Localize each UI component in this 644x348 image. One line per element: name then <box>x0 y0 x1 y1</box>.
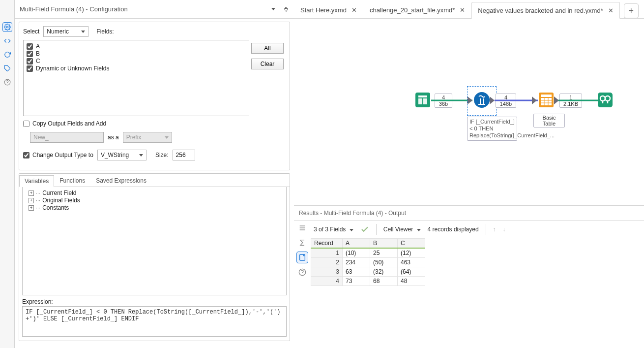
prefix-dropdown: Prefix <box>123 132 172 143</box>
code-icon[interactable] <box>3 36 12 45</box>
table-row: 2234(50)463 <box>311 258 425 267</box>
select-dropdown[interactable]: Numeric <box>43 26 88 37</box>
refresh-icon[interactable] <box>3 50 12 59</box>
basic-table-tool-icon[interactable] <box>538 92 555 108</box>
results-data-icon[interactable] <box>297 252 308 263</box>
tree-original-fields[interactable]: +···Original Fields <box>29 197 283 204</box>
fields-summary[interactable]: 3 of 3 Fields <box>314 226 353 233</box>
svg-rect-4 <box>415 93 430 107</box>
doc-tab-challenge[interactable]: challenge_20_start_file.yxmd* ✕ <box>363 1 471 18</box>
workflow-canvas[interactable]: 4 36b 4 148b IF [_CurrentField_] < 0 THE… <box>294 19 644 206</box>
expression-label: Expression: <box>19 298 290 305</box>
chevron-down-icon[interactable] <box>268 4 278 14</box>
arrow-down-icon: ↓ <box>503 226 506 233</box>
svg-point-6 <box>474 92 490 108</box>
size-input[interactable] <box>173 150 195 160</box>
tree-current-field[interactable]: +···Current Field <box>29 190 283 196</box>
config-header: Multi-Field Formula (4) - Configuration <box>15 0 294 19</box>
col-a[interactable]: A <box>343 239 370 249</box>
type-dropdown[interactable]: V_WString <box>97 150 146 160</box>
gear-icon[interactable] <box>3 23 12 32</box>
col-record[interactable]: Record <box>311 239 343 249</box>
fields-label: Fields: <box>96 28 114 35</box>
new-prefix-input <box>30 132 104 143</box>
formula-annotation: IF [_CurrentField_] < 0 THEN Replace(ToS… <box>467 117 517 141</box>
pin-icon[interactable] <box>281 4 291 14</box>
cell-viewer-dropdown[interactable]: Cell Viewer <box>383 226 421 233</box>
results-header: Results - Multi-Field Formula (4) - Outp… <box>294 206 644 221</box>
tag-icon[interactable] <box>3 64 12 73</box>
copy-output-checkbox[interactable]: Copy Output Fields and Add <box>23 120 286 127</box>
expression-editor[interactable]: IF [_CurrentField_] < 0 THEN Replace(ToS… <box>22 306 287 337</box>
select-label: Select <box>23 28 39 35</box>
tab-functions[interactable]: Functions <box>54 175 90 187</box>
col-c[interactable]: C <box>398 239 425 249</box>
change-type-checkbox[interactable]: Change Output Type to <box>23 152 93 158</box>
tree-constants[interactable]: +···Constants <box>29 204 283 211</box>
svg-rect-22 <box>300 254 305 260</box>
new-tab-button[interactable]: + <box>624 3 639 18</box>
svg-point-0 <box>6 26 8 28</box>
clear-button[interactable]: Clear <box>251 59 284 69</box>
tab-variables[interactable]: Variables <box>19 175 54 187</box>
config-title: Multi-Field Formula (4) - Configuration <box>20 5 128 13</box>
tab-saved-expressions[interactable]: Saved Expressions <box>90 175 152 187</box>
table-row: 1(10)25(12) <box>311 248 425 258</box>
field-checkbox-c[interactable]: C <box>27 58 246 64</box>
results-help-icon[interactable] <box>297 267 308 278</box>
results-messages-icon[interactable] <box>297 222 308 233</box>
as-a-label: as a <box>108 134 119 141</box>
field-checkbox-dynamic[interactable]: Dynamic or Unknown Fields <box>27 65 246 72</box>
arrow-up-icon: ↑ <box>493 226 496 233</box>
results-sigma-icon[interactable] <box>297 237 308 248</box>
fields-list[interactable]: A B C Dynamic or Unknown Fields <box>23 40 249 116</box>
table-row: 363(32)(64) <box>311 267 425 277</box>
input-tool-icon[interactable] <box>414 92 431 108</box>
col-b[interactable]: B <box>370 239 398 249</box>
doc-tab-negative-values[interactable]: Negative values bracketed and in red.yxm… <box>471 2 619 19</box>
field-checkbox-a[interactable]: A <box>27 43 246 50</box>
close-icon[interactable]: ✕ <box>460 6 465 14</box>
records-summary: 4 records displayed <box>428 226 479 233</box>
field-checkbox-b[interactable]: B <box>27 50 246 57</box>
all-button[interactable]: All <box>251 43 284 54</box>
close-icon[interactable]: ✕ <box>351 6 357 14</box>
svg-rect-9 <box>541 95 552 97</box>
svg-rect-10 <box>541 98 552 105</box>
doc-tab-start-here[interactable]: Start Here.yxmd ✕ <box>294 1 363 18</box>
checkmark-icon <box>360 225 369 234</box>
table-annotation: Basic Table <box>533 114 565 127</box>
table-row: 4736848 <box>311 277 425 286</box>
variable-tree[interactable]: +···Current Field +···Original Fields +·… <box>22 187 287 295</box>
browse-tool-icon[interactable] <box>597 92 614 108</box>
close-icon[interactable]: ✕ <box>608 7 614 14</box>
size-label: Size: <box>155 152 169 158</box>
results-table[interactable]: Record A B C 1(10)25(12) 2234(50)463 363… <box>311 238 425 286</box>
multi-field-formula-tool-icon[interactable] <box>473 92 490 108</box>
help-icon[interactable] <box>3 78 12 87</box>
